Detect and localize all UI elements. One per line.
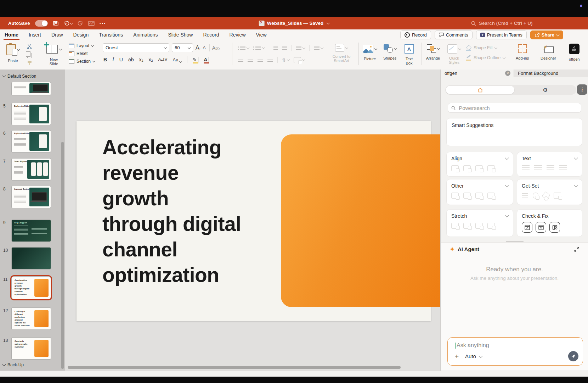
info-button[interactable]: i — [577, 84, 587, 95]
other-chevron-icon[interactable] — [505, 183, 509, 187]
tab-draw[interactable]: Draw — [51, 32, 63, 38]
copy-icon[interactable] — [27, 53, 32, 58]
send-button[interactable] — [568, 351, 578, 361]
eyedropper-icon[interactable] — [542, 192, 550, 200]
powersearch-input[interactable] — [458, 105, 578, 111]
offgen-addin-button[interactable]: offgen — [569, 44, 579, 61]
share-button[interactable]: Share — [530, 30, 563, 39]
bullets-button[interactable] — [238, 46, 249, 50]
check-overflow-bottom-button[interactable] — [536, 222, 546, 233]
stretch-chevron-icon[interactable] — [505, 213, 509, 217]
text-align-left-icon[interactable] — [522, 165, 530, 170]
highlight-color-button[interactable]: ✎ — [193, 57, 199, 62]
regroup-shapes-icon[interactable] — [475, 193, 483, 199]
slide-thumbnail-5[interactable]: Explore the Ribbon — [12, 103, 51, 125]
slide-thumbnail-13[interactable]: Quarterly sales results overview — [12, 338, 51, 359]
new-slide-button[interactable]: New Slide — [45, 45, 62, 66]
present-in-teams-button[interactable]: T Present in Teams — [476, 30, 527, 39]
slide-thumbnail-6[interactable]: Explore the Ribbon — [12, 131, 51, 152]
font-name-select[interactable]: Onest — [103, 43, 169, 52]
text-box-button[interactable]: A Text Box — [403, 44, 415, 65]
ai-mode-selector[interactable]: Auto — [465, 353, 476, 359]
font-color-button[interactable]: A — [204, 57, 209, 62]
tab-view[interactable]: View — [256, 32, 267, 38]
reset-button[interactable]: Reset — [69, 51, 95, 56]
line-spacing-button[interactable] — [314, 46, 323, 50]
ungroup-shapes-icon[interactable] — [463, 193, 471, 199]
attach-plus-button[interactable]: + — [455, 353, 459, 360]
slide-title-text[interactable]: Accelerating revenue growth through digi… — [102, 134, 241, 288]
quick-styles-button[interactable]: Quick Styles — [447, 44, 461, 65]
more-commands-icon[interactable]: ··· — [100, 21, 106, 26]
designer-button[interactable]: ⚡ Designer — [541, 44, 556, 60]
merge-shapes-icon[interactable] — [487, 193, 495, 199]
slide-thumbnail-8[interactable]: Improved Content — [12, 186, 51, 208]
shape-fill-button[interactable]: Shape Fill — [466, 45, 505, 50]
font-size-select[interactable]: 60 — [172, 43, 193, 52]
canvas-horizontal-scrollbar[interactable] — [68, 366, 401, 369]
arrange-button[interactable]: Arrange — [426, 44, 440, 60]
text-align-center-icon[interactable] — [534, 165, 542, 170]
ai-mode-chevron-icon[interactable] — [479, 354, 482, 358]
align-chevron-icon[interactable] — [505, 156, 509, 160]
text-direction-button[interactable]: ⇅ — [282, 57, 289, 63]
tab-design[interactable]: Design — [73, 32, 89, 38]
check-overflow-top-button[interactable] — [522, 222, 532, 233]
ai-input-box[interactable]: Ask anything + Auto — [447, 337, 583, 366]
align-center-h-icon[interactable] — [463, 165, 471, 171]
comments-button[interactable]: Comments — [435, 30, 473, 39]
save-icon[interactable] — [53, 20, 59, 26]
numbering-button[interactable] — [253, 46, 265, 50]
strikethrough-button[interactable]: ab — [128, 57, 134, 62]
decrease-indent-icon[interactable] — [273, 46, 278, 50]
text-chevron-icon[interactable] — [574, 156, 578, 160]
section-header-default[interactable]: Default Section — [3, 74, 36, 79]
justify-icon[interactable] — [267, 58, 273, 62]
cut-icon[interactable] — [27, 44, 32, 50]
undo-icon[interactable] — [64, 21, 73, 26]
redo-icon[interactable] — [78, 21, 83, 26]
align-left-edge-icon[interactable] — [451, 165, 459, 171]
underline-button[interactable]: U — [119, 57, 123, 62]
group-shapes-icon[interactable] — [451, 193, 459, 199]
paste-button[interactable]: Paste — [6, 44, 19, 63]
set-shape-icon[interactable] — [554, 193, 561, 199]
sidebar-scrollbar[interactable] — [61, 142, 64, 369]
powersearch-field[interactable] — [448, 103, 581, 113]
tab-home[interactable]: Home — [4, 32, 19, 38]
screenshot-icon[interactable] — [88, 21, 95, 26]
align-left-icon[interactable] — [238, 58, 243, 62]
settings-segment[interactable]: ⚙ — [515, 85, 576, 95]
clear-formatting-icon[interactable]: A⌦ — [212, 45, 220, 51]
increase-indent-icon[interactable] — [282, 46, 287, 50]
pane-tab-offgen[interactable]: offgen × — [441, 70, 514, 77]
expand-ai-icon[interactable] — [574, 247, 579, 253]
tab-slide-show[interactable]: Slide Show — [168, 32, 193, 38]
home-view-segment[interactable] — [446, 86, 514, 94]
multilevel-list-button[interactable] — [296, 46, 305, 50]
tab-insert[interactable]: Insert — [28, 32, 41, 38]
slide-thumbnail-9[interactable]: FAQ & Support — [12, 220, 51, 242]
slide-thumbnail-7[interactable]: Smart Alignment — [12, 159, 51, 180]
superscript-button[interactable]: x2 — [139, 57, 143, 62]
tab-animations[interactable]: Animations — [133, 32, 158, 38]
text-justify-icon[interactable] — [559, 165, 567, 170]
slide-thumbnail-10[interactable] — [12, 248, 51, 269]
stretch-up-icon[interactable] — [463, 223, 471, 229]
align-middle-v-icon[interactable] — [475, 165, 483, 171]
convert-to-smartart-button[interactable]: Convert to SmartArt — [330, 44, 353, 63]
increase-font-icon[interactable]: Aˆ — [196, 45, 200, 51]
align-right-edge-icon[interactable] — [487, 165, 495, 171]
section-button[interactable]: Section — [69, 59, 95, 64]
subscript-button[interactable]: x2 — [149, 57, 153, 62]
shape-outline-button[interactable]: Shape Outline — [466, 55, 505, 60]
italic-button[interactable]: I — [112, 57, 114, 62]
layout-button[interactable]: Layout — [69, 43, 95, 48]
align-right-icon[interactable] — [258, 58, 263, 62]
align-text-button[interactable] — [294, 57, 305, 63]
character-spacing-button[interactable]: A⇄V — [158, 57, 168, 62]
decrease-font-icon[interactable]: Aˇ — [203, 45, 207, 50]
check-layout-button[interactable] — [549, 222, 560, 233]
align-center-icon[interactable] — [248, 58, 253, 62]
format-painter-icon[interactable] — [27, 61, 32, 67]
